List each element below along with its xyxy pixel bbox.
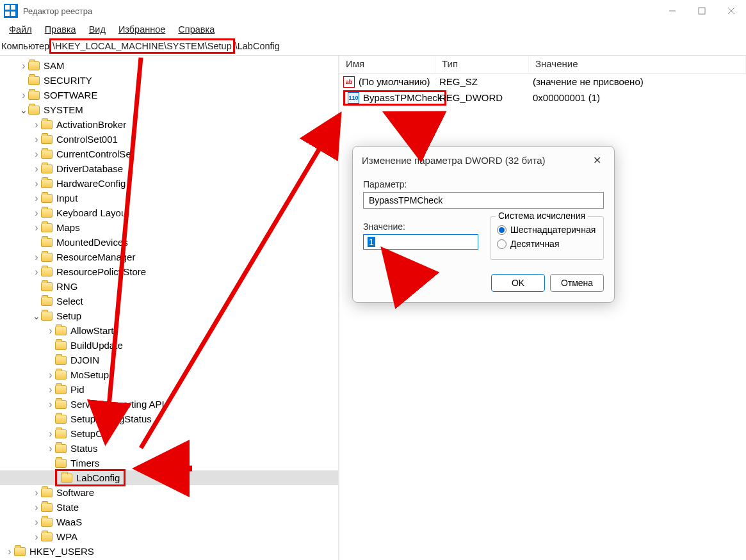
tree-item-security[interactable]: SECURITY <box>0 73 338 88</box>
tree-item-allowstart[interactable]: AllowStart <box>0 323 338 338</box>
tree-item-controlset001[interactable]: ControlSet001 <box>0 132 338 147</box>
tree-item-resourcemanager[interactable]: ResourceManager <box>0 250 338 264</box>
chevron-icon[interactable] <box>32 209 41 217</box>
chevron-icon[interactable] <box>19 108 28 112</box>
value-input[interactable]: 1 <box>363 234 478 250</box>
chevron-icon[interactable] <box>32 253 41 261</box>
tree-label: Timers <box>70 458 99 468</box>
value-row[interactable]: ab(По умолчанию)REG_SZ(значение не присв… <box>339 74 746 90</box>
tree-item-select[interactable]: Select <box>0 294 338 308</box>
chevron-icon[interactable] <box>32 518 41 526</box>
folder-icon <box>55 341 67 350</box>
tree-item-setupci[interactable]: SetupCI <box>0 426 338 441</box>
menu-file[interactable]: Файл <box>3 23 38 36</box>
chevron-icon[interactable] <box>32 314 41 318</box>
tree-item-rng[interactable]: RNG <box>0 279 338 294</box>
radio-hex[interactable]: Шестнадцатеричная <box>497 225 597 235</box>
chevron-icon[interactable] <box>46 430 55 438</box>
chevron-icon[interactable] <box>32 268 41 276</box>
chevron-icon[interactable] <box>46 386 55 394</box>
tree-item-sam[interactable]: SAM <box>0 58 338 73</box>
tree-label: RNG <box>56 281 77 292</box>
chevron-icon[interactable] <box>32 533 41 541</box>
tree-item-currentcontrolset[interactable]: CurrentControlSet <box>0 147 338 161</box>
tree-item-timers[interactable]: Timers <box>0 456 338 470</box>
tree-item-hardwareconfig[interactable]: HardwareConfig <box>0 176 338 191</box>
chevron-icon[interactable] <box>46 401 55 408</box>
tree-label: Software <box>56 487 94 498</box>
tree-label: Service Reporting API <box>70 399 165 410</box>
menu-edit[interactable]: Правка <box>38 23 83 36</box>
address-bar[interactable]: Компьютер \HKEY_LOCAL_MACHINE\SYSTEM\Set… <box>0 37 746 55</box>
chevron-icon[interactable] <box>32 136 41 143</box>
tree-item-software[interactable]: SOFTWARE <box>0 88 338 102</box>
tree-item-system[interactable]: SYSTEM <box>0 102 338 117</box>
tree-item-state[interactable]: State <box>0 500 338 515</box>
folder-icon <box>41 135 53 144</box>
radio-dec[interactable]: Десятичная <box>497 239 597 249</box>
dialog-title: Изменение параметра DWORD (32 бита) <box>362 155 546 166</box>
tree-item-status[interactable]: Status <box>0 441 338 456</box>
tree-item-resourcepolicystore[interactable]: ResourcePolicyStore <box>0 264 338 279</box>
folder-icon <box>41 532 53 541</box>
chevron-icon[interactable] <box>32 489 41 497</box>
tree-item-labconfig[interactable]: LabConfig <box>0 470 338 485</box>
tree-label: SOFTWARE <box>44 90 97 100</box>
tree-item-input[interactable]: Input <box>0 191 338 205</box>
tree-item-waas[interactable]: WaaS <box>0 515 338 529</box>
value-label: Значение: <box>363 221 478 232</box>
value-list[interactable]: Имя Тип Значение ab(По умолчанию)REG_SZ(… <box>339 56 746 560</box>
ok-button[interactable]: OK <box>491 274 545 292</box>
tree-item-software[interactable]: Software <box>0 485 338 500</box>
tree-item-pid[interactable]: Pid <box>0 382 338 397</box>
chevron-icon[interactable] <box>46 371 55 379</box>
tree-label: DriverDatabase <box>56 163 123 174</box>
tree-item-wpa[interactable]: WPA <box>0 529 338 544</box>
cancel-button[interactable]: Отмена <box>550 274 604 292</box>
value-row[interactable]: 110BypassTPMCheckREG_DWORD0x00000001 (1) <box>339 90 746 106</box>
tree-item-mounteddevices[interactable]: MountedDevices <box>0 235 338 250</box>
chevron-icon[interactable] <box>32 224 41 232</box>
tree-item-maps[interactable]: Maps <box>0 220 338 235</box>
chevron-icon[interactable] <box>32 180 41 188</box>
close-button[interactable] <box>717 0 746 22</box>
tree-item-hkey_users[interactable]: HKEY_USERS <box>0 544 338 559</box>
value-name: (По умолчанию) <box>359 76 430 87</box>
maximize-button[interactable] <box>687 0 717 22</box>
folder-icon <box>41 518 53 527</box>
chevron-icon[interactable] <box>32 121 41 129</box>
tree-item-buildupdate[interactable]: BuildUpdate <box>0 338 338 353</box>
folder-icon <box>41 503 53 512</box>
tree-item-keyboard-layout[interactable]: Keyboard Layout <box>0 205 338 220</box>
tree-label: CurrentControlSet <box>56 148 134 159</box>
tree-item-activationbroker[interactable]: ActivationBroker <box>0 117 338 132</box>
reg-sz-icon: ab <box>343 76 355 88</box>
chevron-icon[interactable] <box>46 445 55 452</box>
col-type[interactable]: Тип <box>435 56 529 73</box>
chevron-icon[interactable] <box>32 195 41 202</box>
registry-tree[interactable]: SAMSECURITYSOFTWARESYSTEMActivationBroke… <box>0 56 339 560</box>
menu-help[interactable]: Справка <box>172 23 221 36</box>
tree-label: DJOIN <box>70 355 99 365</box>
tree-item-service-reporting-api[interactable]: Service Reporting API <box>0 397 338 412</box>
minimize-button[interactable] <box>658 0 687 22</box>
tree-label: LabConfig <box>76 472 120 483</box>
tree-item-mosetup[interactable]: MoSetup <box>0 367 338 382</box>
menu-view[interactable]: Вид <box>83 23 112 36</box>
col-value[interactable]: Значение <box>529 56 746 73</box>
address-tail: \LabConfig <box>235 41 280 51</box>
chevron-icon[interactable] <box>5 548 14 556</box>
chevron-icon[interactable] <box>19 92 28 99</box>
dialog-close-button[interactable]: ✕ <box>589 153 605 168</box>
tree-item-driverdatabase[interactable]: DriverDatabase <box>0 161 338 176</box>
tree-item-djoin[interactable]: DJOIN <box>0 353 338 367</box>
chevron-icon[interactable] <box>19 62 28 70</box>
chevron-icon[interactable] <box>32 165 41 173</box>
tree-item-setup[interactable]: Setup <box>0 308 338 323</box>
tree-item-setupapilogstatus[interactable]: SetupapiLogStatus <box>0 412 338 426</box>
chevron-icon[interactable] <box>32 150 41 158</box>
col-name[interactable]: Имя <box>339 56 435 73</box>
menu-favorites[interactable]: Избранное <box>112 23 172 36</box>
chevron-icon[interactable] <box>32 504 41 511</box>
chevron-icon[interactable] <box>46 327 55 335</box>
